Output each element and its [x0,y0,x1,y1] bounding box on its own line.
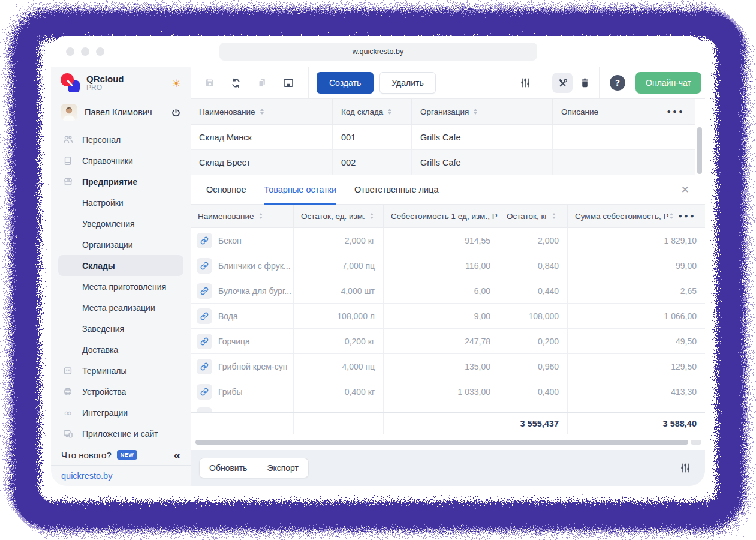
sidebar-item-organizations[interactable]: Организации [58,234,183,255]
delete-button[interactable]: Удалить [379,72,435,94]
stock-row[interactable]: Булочка для бург... 4,000 шт 6,00 0,440 … [191,278,705,304]
address-bar[interactable]: w.quickresto.by [219,43,537,61]
filter-sliders-icon[interactable] [508,67,543,98]
table-settings-sliders-icon[interactable] [679,462,691,474]
save-icon[interactable] [204,77,215,88]
close-window-icon[interactable] [66,47,74,56]
stock-row[interactable]: Бекон 2,000 кг 914,55 2,000 1 829,10 [191,228,705,253]
refresh-button[interactable]: Обновить [199,458,257,478]
stock-row[interactable]: Грибной крем-суп 4,000 пц 135,00 0,960 1… [191,354,705,379]
sort-icon[interactable] [552,213,556,219]
column-menu-icon[interactable]: ••• [667,107,695,116]
refresh-icon[interactable] [230,77,242,89]
tab-main[interactable]: Основное [206,175,246,205]
sort-icon[interactable] [370,213,374,219]
store-icon [62,176,74,188]
column-header[interactable]: Организация [412,99,553,124]
traffic-lights[interactable] [66,47,104,56]
collapse-sidebar-icon[interactable]: « [174,448,180,462]
help-icon[interactable]: ? [610,75,625,91]
column-header[interactable]: Наименование [191,205,294,227]
column-header[interactable]: Код склада [333,99,412,124]
export-button[interactable]: Экспорт [257,458,309,478]
sort-icon[interactable] [388,109,391,115]
app-window: w.quickresto.by QRcloud PRO ☀ [51,36,705,486]
sidebar-item-enterprise[interactable]: Предприятие [58,171,183,192]
stock-totals-row: 3 555,437 3 588,40 [191,412,705,434]
tools-button[interactable] [552,73,573,93]
sidebar-item-label: Места реализации [82,303,155,313]
column-header[interactable]: Остаток, кг [499,205,568,227]
logout-power-icon[interactable] [171,107,181,118]
column-header[interactable]: Описание ••• [553,99,695,124]
vertical-scrollbar[interactable] [697,127,702,174]
stock-row-partial [191,404,705,412]
zoom-window-icon[interactable] [96,47,104,56]
column-header[interactable]: Сумма себестоимость, Р ••• [568,205,705,227]
sidebar-item-settings[interactable]: Настройки [58,192,183,213]
sidebar-item-directories[interactable]: Справочники [58,150,183,171]
stock-row[interactable]: Горчица 0,200 кг 247,78 0,200 49,50 [191,329,705,354]
column-menu-icon[interactable]: ••• [678,212,705,221]
sort-icon[interactable] [670,213,673,219]
create-button[interactable]: Создать [317,72,374,94]
sidebar-item-venues[interactable]: Заведения [58,318,183,339]
close-panel-icon[interactable]: ✕ [681,184,689,196]
sidebar-item-warehouses[interactable]: Склады [58,255,183,276]
stock-row[interactable]: Грибы 0,400 кг 1 033,00 0,400 413,30 [191,379,705,404]
theme-sun-icon[interactable]: ☀ [172,77,181,89]
sidebar-item-notifications[interactable]: Уведомления [58,213,183,234]
link-icon[interactable] [197,334,212,349]
sidebar-item-label: Заведения [82,324,124,334]
sidebar-item-label: Справочники [82,156,133,166]
sidebar-item-personnel[interactable]: Персонал [58,129,183,150]
tab-stock[interactable]: Товарные остатки [264,175,336,205]
sidebar-item-label: Настройки [82,198,124,208]
sidebar: QRcloud PRO ☀ Павел Климович [51,67,191,486]
warehouse-row[interactable]: Склад Минск 001 Grills Cafe [191,125,695,150]
link-icon[interactable] [197,233,212,248]
link-icon[interactable] [197,283,212,299]
column-header[interactable]: Себестоимость 1 ед, изм., Р [384,205,499,227]
sidebar-item-terminals[interactable]: Терминалы [58,360,183,381]
item-name: Бекон [218,236,242,245]
terminal-screen-icon[interactable] [282,77,294,89]
sort-icon[interactable] [474,109,477,115]
window-titlebar: w.quickresto.by [51,36,705,67]
sidebar-item-label: Доставка [82,345,118,355]
sidebar-item-label: Интеграции [82,408,128,418]
sidebar-item-app-and-site[interactable]: Приложение и сайт [58,423,183,444]
link-icon[interactable] [197,384,212,400]
warehouse-row-selected[interactable]: Склад Брест 002 Grills Cafe [191,150,695,175]
user-row[interactable]: Павел Климович [51,99,191,125]
sidebar-item-sale-places[interactable]: Места реализации [58,297,183,318]
link-icon[interactable] [197,308,212,324]
quickresto-link[interactable]: quickresto.by [61,471,112,481]
link-icon[interactable] [197,258,212,274]
stock-row[interactable]: Вода 108,000 л 9,00 108,000 1 066,00 [191,304,705,329]
sidebar-item-delivery[interactable]: Доставка [58,339,183,360]
sidebar-item-devices[interactable]: Устройства [58,381,183,402]
trash-icon[interactable] [580,77,590,88]
online-chat-button[interactable]: Онлайн-чат [635,72,701,94]
column-header[interactable]: Наименование [191,99,333,124]
panel-footer: Обновить Экспорт [191,450,705,486]
sort-icon[interactable] [260,109,264,115]
sidebar-item-cooking-places[interactable]: Места приготовления [58,276,183,297]
copy-icon[interactable] [257,77,267,88]
tab-responsible[interactable]: Ответственные лица [354,175,438,205]
brand-name: QRcloud [86,74,124,84]
sidebar-item-integrations[interactable]: ∞ Интеграции [58,402,183,423]
column-header[interactable]: Остаток, ед. изм. [294,205,384,227]
minimize-window-icon[interactable] [81,47,89,56]
stock-row[interactable]: Блинчики с фрук... 7,000 пц 116,00 0,840… [191,253,705,278]
sort-icon[interactable] [259,213,263,219]
whats-new-row[interactable]: Что нового? NEW « [51,445,191,465]
sidebar-item-label: Организации [82,240,133,250]
link-icon[interactable] [197,359,212,374]
horizontal-scrollbar-track [691,440,701,445]
horizontal-scrollbar[interactable] [195,440,688,445]
printer-icon [62,386,74,398]
devices-icon [62,428,74,440]
url-text: w.quickresto.by [353,47,403,56]
